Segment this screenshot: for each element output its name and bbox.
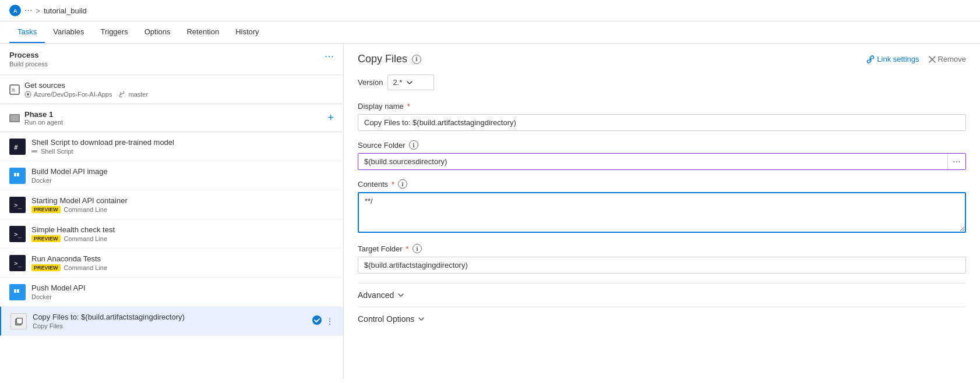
remove-icon — [929, 56, 936, 63]
copy-files-subtitle: Copy Files — [33, 322, 306, 329]
breadcrumb-sep: > — [36, 6, 40, 15]
version-label: Version — [358, 78, 383, 87]
target-folder-label: Target Folder * ℹ — [358, 244, 966, 253]
svg-text:#: # — [14, 144, 18, 151]
breadcrumb-dots[interactable]: ··· — [24, 5, 32, 16]
advanced-chevron-icon — [397, 292, 404, 299]
target-folder-info-icon[interactable]: ℹ — [413, 244, 422, 253]
cmd-icon-2: >_ — [9, 226, 26, 242]
target-folder-required: * — [406, 244, 409, 253]
breadcrumb-current: tutorial_build — [44, 6, 87, 15]
process-info: Process Build process — [9, 51, 48, 68]
starting-model-title: Starting Model API container — [31, 196, 334, 205]
push-model-title: Push Model API — [31, 283, 334, 292]
svg-rect-22 — [16, 318, 22, 324]
right-header: Copy Files ℹ Link settings Remove — [358, 53, 966, 65]
repo-info: Azure/DevOps-For-AI-Apps — [24, 91, 112, 98]
source-folder-browse-button[interactable]: ⋯ — [947, 154, 965, 169]
right-panel: Copy Files ℹ Link settings Remove Versio… — [344, 44, 980, 379]
docker-icon-2 — [9, 284, 26, 300]
starting-model-subtitle: PREVIEW Command Line — [31, 206, 334, 213]
cmd-icon-3: >_ — [9, 255, 26, 271]
health-check-info: Simple Health check test PREVIEW Command… — [31, 225, 334, 242]
copy-files-actions: ⋮ — [312, 315, 334, 328]
link-icon — [866, 55, 875, 63]
starting-model-info: Starting Model API container PREVIEW Com… — [31, 196, 334, 213]
breadcrumb: ··· > tutorial_build — [24, 5, 87, 16]
tab-retention[interactable]: Retention — [178, 22, 227, 43]
phase-title-group: Phase 1 Run on agent — [24, 110, 63, 126]
control-options-label: Control Options — [358, 314, 414, 324]
display-name-group: Display name * — [358, 102, 966, 131]
advanced-label: Advanced — [358, 290, 394, 300]
preview-badge-1: PREVIEW — [31, 206, 61, 213]
tab-history[interactable]: History — [227, 22, 267, 43]
contents-group: Contents * ℹ — [358, 179, 966, 235]
left-panel: Process Build process ⋯ ≡ Get sources Az… — [0, 44, 344, 379]
tab-variables[interactable]: Variables — [45, 22, 92, 43]
preview-badge-3: PREVIEW — [31, 264, 61, 271]
tab-triggers[interactable]: Triggers — [92, 22, 136, 43]
control-options-header[interactable]: Control Options — [358, 314, 966, 324]
branch-name: master — [128, 91, 148, 98]
process-menu-button[interactable]: ⋯ — [325, 51, 334, 62]
control-options-chevron-icon — [418, 315, 425, 322]
svg-text:>_: >_ — [14, 230, 22, 238]
source-folder-info-icon[interactable]: ℹ — [409, 140, 418, 150]
contents-info-icon[interactable]: ℹ — [398, 179, 407, 189]
run-anaconda-info: Run Anaconda Tests PREVIEW Command Line — [31, 254, 334, 271]
svg-text:≡: ≡ — [12, 87, 15, 93]
shell-script-icon: # — [9, 139, 26, 155]
svg-rect-9 — [31, 150, 37, 153]
health-check-subtitle: PREVIEW Command Line — [31, 235, 334, 242]
run-anaconda-subtitle: PREVIEW Command Line — [31, 264, 334, 271]
control-options-section: Control Options — [358, 307, 966, 331]
phase-title: Phase 1 — [24, 110, 63, 119]
run-anaconda-title: Run Anaconda Tests — [31, 254, 334, 263]
svg-rect-17 — [14, 291, 16, 293]
process-section: Process Build process ⋯ — [0, 44, 343, 75]
tab-options[interactable]: Options — [136, 22, 179, 43]
task-item-build-model[interactable]: Build Model API image Docker — [0, 161, 343, 190]
display-name-label: Display name * — [358, 102, 966, 111]
right-title-text: Copy Files — [358, 53, 407, 65]
add-task-button[interactable]: + — [327, 112, 334, 124]
copy-files-info: Copy Files to: $(build.artifactstagingdi… — [33, 313, 306, 329]
remove-button[interactable]: Remove — [929, 55, 966, 63]
copy-files-menu-button[interactable]: ⋮ — [326, 317, 334, 326]
svg-text:>_: >_ — [14, 201, 22, 209]
version-select[interactable]: 2.* — [387, 75, 434, 90]
display-name-input[interactable] — [358, 114, 966, 131]
version-value: 2.* — [393, 78, 402, 87]
target-folder-group: Target Folder * ℹ — [358, 244, 966, 274]
phase-subtitle: Run on agent — [24, 119, 63, 126]
header-actions: Link settings Remove — [866, 55, 966, 63]
source-folder-input[interactable] — [358, 154, 947, 169]
advanced-header[interactable]: Advanced — [358, 290, 966, 300]
contents-textarea[interactable] — [358, 192, 966, 233]
nav-tabs: Tasks Variables Triggers Options Retenti… — [0, 22, 980, 44]
shell-subtitle-icon — [31, 148, 37, 154]
push-model-info: Push Model API Docker — [31, 283, 334, 300]
target-folder-input[interactable] — [358, 257, 966, 274]
task-item-shell-script[interactable]: # Shell Script to download pre-trained m… — [0, 132, 343, 161]
get-sources-item[interactable]: ≡ Get sources Azure/DevOps-For-AI-Apps m… — [0, 75, 343, 104]
chevron-down-icon — [407, 80, 413, 86]
remove-label: Remove — [938, 55, 966, 63]
task-item-starting-model[interactable]: >_ Starting Model API container PREVIEW … — [0, 190, 343, 219]
phase-info: Phase 1 Run on agent — [9, 110, 63, 126]
health-check-title: Simple Health check test — [31, 225, 334, 234]
svg-text:A: A — [13, 8, 17, 14]
phase-header: Phase 1 Run on agent + — [0, 104, 343, 132]
docker-icon — [9, 168, 26, 184]
task-item-copy-files[interactable]: Copy Files to: $(build.artifactstagingdi… — [0, 307, 343, 336]
link-settings-button[interactable]: Link settings — [866, 55, 919, 63]
title-info-icon[interactable]: ℹ — [412, 55, 421, 64]
push-model-subtitle: Docker — [31, 293, 334, 300]
task-item-push-model[interactable]: Push Model API Docker — [0, 278, 343, 307]
tab-tasks[interactable]: Tasks — [9, 22, 45, 43]
svg-rect-13 — [14, 173, 16, 175]
task-item-run-anaconda[interactable]: >_ Run Anaconda Tests PREVIEW Command Li… — [0, 249, 343, 278]
task-item-health-check[interactable]: >_ Simple Health check test PREVIEW Comm… — [0, 219, 343, 249]
shell-script-info: Shell Script to download pre-trained mod… — [31, 138, 334, 155]
